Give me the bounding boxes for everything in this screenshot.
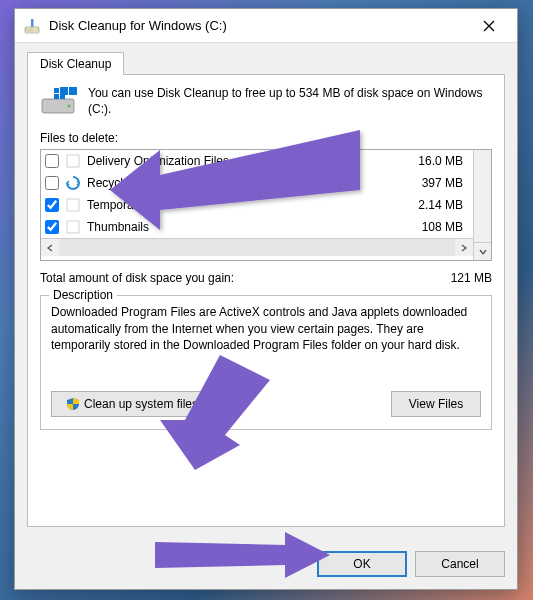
- cleanup-system-files-label: Clean up system files: [84, 397, 198, 411]
- tab-body: You can use Disk Cleanup to free up to 5…: [27, 74, 505, 527]
- tab-header: Disk Cleanup: [27, 51, 505, 74]
- vertical-scrollbar[interactable]: [473, 150, 491, 260]
- scroll-right-icon[interactable]: [455, 239, 473, 256]
- file-checkbox[interactable]: [45, 198, 59, 212]
- svg-rect-18: [67, 221, 79, 233]
- titlebar: Disk Cleanup for Windows (C:): [15, 9, 517, 43]
- description-fieldset: Description Downloaded Program Files are…: [40, 295, 492, 430]
- dialog-button-row: OK Cancel: [15, 539, 517, 589]
- file-checkbox[interactable]: [45, 176, 59, 190]
- file-list: Delivery Optimization Files 16.0 MB: [40, 149, 492, 261]
- file-size: 397 MB: [422, 176, 469, 190]
- svg-rect-15: [60, 94, 65, 99]
- total-row: Total amount of disk space you gain: 121…: [40, 271, 492, 285]
- ok-label: OK: [353, 557, 370, 571]
- dialog-window: Disk Cleanup for Windows (C:) Disk Clean…: [14, 8, 518, 590]
- cleanup-system-files-button[interactable]: Clean up system files: [51, 391, 213, 417]
- file-checkbox[interactable]: [45, 220, 59, 234]
- description-text: Downloaded Program Files are ActiveX con…: [51, 304, 481, 353]
- drive-icon: [40, 85, 78, 117]
- scroll-left-icon[interactable]: [41, 239, 59, 256]
- view-files-button[interactable]: View Files: [391, 391, 481, 417]
- files-to-delete-label: Files to delete:: [40, 131, 492, 145]
- file-icon: [65, 219, 81, 235]
- recycle-bin-icon: [65, 175, 81, 191]
- total-label: Total amount of disk space you gain:: [40, 271, 451, 285]
- file-icon: [65, 153, 81, 169]
- scroll-track[interactable]: [59, 239, 455, 256]
- file-name: Temporary files: [87, 198, 418, 212]
- content-area: Disk Cleanup You: [15, 43, 517, 539]
- fieldset-button-row: Clean up system files View Files: [51, 391, 481, 417]
- cancel-label: Cancel: [441, 557, 478, 571]
- file-row[interactable]: Thumbnails 108 MB: [41, 216, 473, 238]
- svg-rect-14: [54, 94, 59, 99]
- svg-rect-16: [67, 155, 79, 167]
- tab-disk-cleanup[interactable]: Disk Cleanup: [27, 52, 124, 75]
- svg-rect-1: [31, 19, 34, 27]
- file-name: Thumbnails: [87, 220, 422, 234]
- svg-rect-13: [60, 88, 65, 93]
- ok-button[interactable]: OK: [317, 551, 407, 577]
- intro-block: You can use Disk Cleanup to free up to 5…: [40, 85, 492, 117]
- file-size: 108 MB: [422, 220, 469, 234]
- scroll-down-icon[interactable]: [474, 242, 491, 260]
- cancel-button[interactable]: Cancel: [415, 551, 505, 577]
- file-row[interactable]: Temporary files 2.14 MB: [41, 194, 473, 216]
- view-files-label: View Files: [409, 397, 463, 411]
- file-name: Recycle Bin: [87, 176, 422, 190]
- horizontal-scrollbar[interactable]: [41, 238, 473, 256]
- disk-cleanup-icon: [23, 17, 41, 35]
- file-checkbox[interactable]: [45, 154, 59, 168]
- shield-icon: [66, 397, 80, 411]
- window-title: Disk Cleanup for Windows (C:): [49, 18, 467, 33]
- svg-rect-17: [67, 199, 79, 211]
- close-icon: [483, 20, 495, 32]
- file-size: 16.0 MB: [418, 154, 469, 168]
- close-button[interactable]: [467, 12, 511, 40]
- total-value: 121 MB: [451, 271, 492, 285]
- svg-rect-12: [54, 88, 59, 93]
- file-name: Delivery Optimization Files: [87, 154, 418, 168]
- svg-rect-10: [69, 87, 77, 95]
- file-row[interactable]: Delivery Optimization Files 16.0 MB: [41, 150, 473, 172]
- file-size: 2.14 MB: [418, 198, 469, 212]
- file-row[interactable]: Recycle Bin 397 MB: [41, 172, 473, 194]
- intro-text: You can use Disk Cleanup to free up to 5…: [88, 85, 492, 117]
- file-icon: [65, 197, 81, 213]
- description-legend: Description: [49, 288, 117, 302]
- svg-point-8: [68, 105, 71, 108]
